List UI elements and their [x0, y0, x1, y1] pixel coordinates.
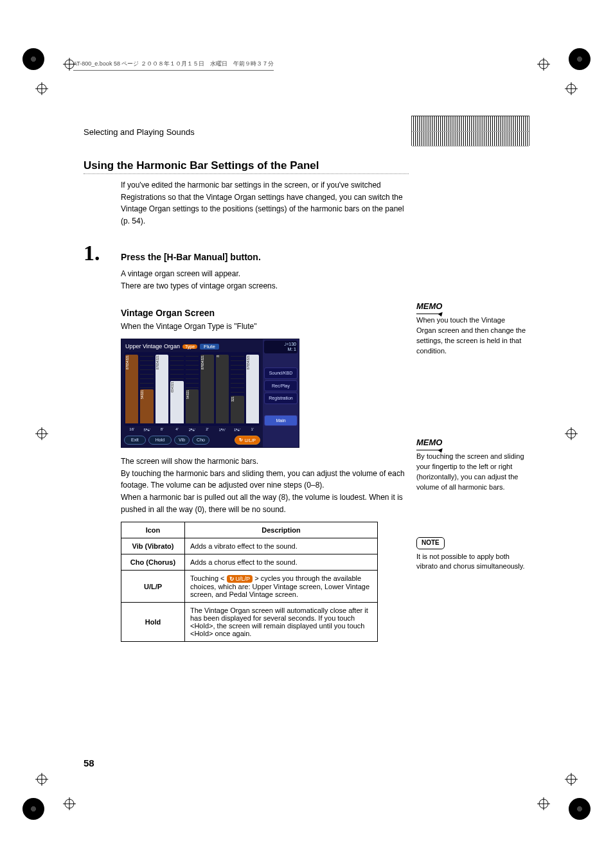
- cho-button[interactable]: Cho: [192, 436, 209, 445]
- ulp-chip-icon: U/L/P: [227, 575, 253, 583]
- table-row: Vib (Vibrato) Adds a vibrato effect to t…: [121, 538, 378, 554]
- memo-note: MEMO By touching the screen and sliding …: [416, 437, 526, 493]
- header-strip: AT-800_e.book 58 ページ ２００８年１０月１５日 水曜日 午前９…: [73, 60, 274, 71]
- body-paragraph: The screen will show the harmonic bars.: [121, 456, 410, 468]
- tempo-indicator: ♩=130 M: 1: [264, 341, 298, 353]
- keyboard-diagram: [411, 116, 529, 146]
- memo-label-icon: MEMO: [416, 301, 442, 314]
- registration-mark-bl: [22, 798, 44, 820]
- memo-label-icon: MEMO: [416, 437, 442, 450]
- page-number: 58: [84, 757, 94, 768]
- crop-mark-icon: [537, 797, 550, 810]
- crop-mark-icon: [565, 773, 578, 786]
- memo-note: MEMO When you touch the Vintage Organ sc…: [416, 301, 526, 357]
- crop-mark-icon: [63, 797, 76, 810]
- exit-button[interactable]: Exit: [124, 436, 146, 445]
- table-row: Cho (Chorus) Adds a chorus effect to the…: [121, 554, 378, 571]
- crop-mark-icon: [35, 427, 48, 440]
- type-badge: Type: [182, 344, 197, 349]
- table-header-desc: Description: [185, 522, 378, 538]
- vib-button[interactable]: Vib: [174, 436, 190, 445]
- type-value: Flute: [200, 344, 219, 350]
- section-divider: [84, 173, 409, 174]
- table-row: Hold The Vintage Organ screen will autom…: [121, 603, 378, 642]
- crop-mark-icon: [565, 427, 578, 440]
- section-breadcrumb: Selecting and Playing Sounds: [84, 127, 195, 137]
- table-header-icon: Icon: [121, 522, 185, 538]
- rec-play-button[interactable]: Rec/Play: [264, 380, 298, 392]
- step-body-line: A vintage organ screen will appear.: [121, 268, 410, 280]
- body-paragraph: By touching the harmonic bars and slidin…: [121, 468, 410, 492]
- crop-mark-icon: [35, 82, 48, 95]
- body-paragraph: When a harmonic bar is pulled out all th…: [121, 492, 410, 515]
- icon-description-table: Icon Description Vib (Vibrato) Adds a vi…: [121, 522, 378, 642]
- footage-labels: 16' 5⅓' 8' 4' 2⅔' 2' 1⅗' 1⅓' 1': [124, 426, 260, 433]
- crop-mark-icon: [537, 58, 550, 71]
- table-row: U/L/P Touching < U/L/P > cycles you thro…: [121, 571, 378, 603]
- subheading-caption: When the Vintage Organ Type is "Flute": [121, 321, 410, 333]
- step-number: 1.: [84, 242, 121, 264]
- crop-mark-icon: [35, 773, 48, 786]
- vintage-organ-screen: Upper Vintage Organ Type Flute 87654321 …: [121, 339, 299, 448]
- registration-mark-tr: [569, 48, 591, 70]
- note-callout: NOTE It is not possible to apply both vi…: [416, 537, 526, 572]
- sound-kbd-button[interactable]: Sound/KBD: [264, 368, 298, 379]
- crop-mark-icon: [565, 82, 578, 95]
- step-title: Press the [H-Bar Manual] button.: [121, 252, 261, 262]
- note-label-icon: NOTE: [416, 537, 445, 549]
- registration-mark-tl: [22, 48, 44, 70]
- ulp-button[interactable]: U/L/P: [235, 436, 260, 445]
- registration-button[interactable]: Registration: [264, 393, 298, 404]
- registration-mark-br: [569, 798, 591, 820]
- screen-title: Upper Vintage Organ: [125, 343, 180, 350]
- drawbar-area[interactable]: 87654321 54321 87654321 654321 54321 876…: [124, 352, 260, 426]
- section-title: Using the Harmonic Bar Settings of the P…: [84, 159, 540, 172]
- intro-paragraph: If you've edited the harmonic bar settin…: [121, 179, 410, 227]
- hold-button[interactable]: Hold: [148, 436, 172, 445]
- main-button[interactable]: Main: [264, 415, 298, 427]
- step-body-line: There are two types of vintage organ scr…: [121, 280, 410, 292]
